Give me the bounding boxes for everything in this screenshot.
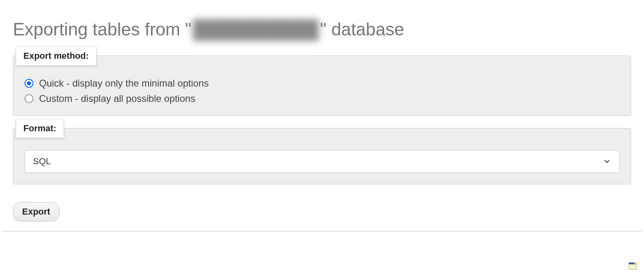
radio-label-custom: Custom - display all possible options (39, 93, 195, 104)
radio-indicator-custom (25, 94, 33, 103)
format-legend: Format: (16, 119, 64, 138)
radio-option-quick[interactable]: Quick - display only the minimal options (25, 78, 619, 89)
export-method-radio-group: Quick - display only the minimal options… (13, 56, 631, 116)
format-select[interactable]: SQL (25, 150, 619, 173)
window-icon[interactable] (629, 263, 637, 270)
page-title: Exporting tables from "██████████" datab… (13, 19, 644, 39)
format-selected-value: SQL (33, 156, 51, 167)
radio-indicator-quick (25, 79, 33, 88)
divider (2, 231, 642, 232)
export-method-fieldset: Export method: Quick - display only the … (13, 56, 631, 116)
export-method-legend: Export method: (16, 46, 97, 66)
chevron-down-icon (603, 157, 611, 165)
title-database-name: ██████████ (192, 19, 320, 39)
title-suffix: " database (320, 19, 404, 39)
title-prefix: Exporting tables from " (13, 19, 192, 39)
format-fieldset: Format: SQL (13, 128, 631, 184)
radio-label-quick: Quick - display only the minimal options (39, 78, 209, 89)
radio-option-custom[interactable]: Custom - display all possible options (25, 93, 619, 104)
export-button[interactable]: Export (13, 202, 60, 221)
